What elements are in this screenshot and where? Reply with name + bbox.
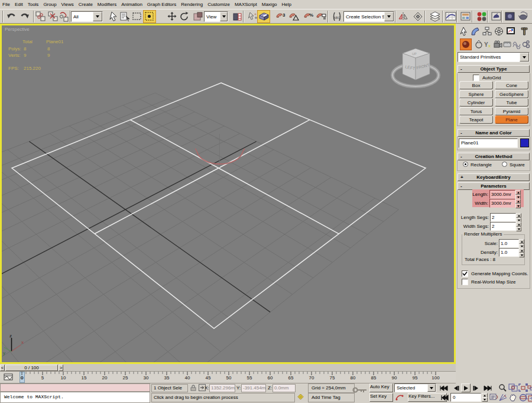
svg-text:z: z — [9, 333, 12, 338]
svg-text:UP: UP — [412, 52, 417, 56]
svg-text:x: x — [21, 340, 24, 345]
svg-text:%: % — [309, 12, 313, 18]
svg-text:3: 3 — [283, 12, 286, 18]
svg-text:x: x — [488, 43, 491, 49]
svg-text:y: y — [3, 350, 5, 356]
svg-text:ABC: ABC — [333, 16, 340, 20]
svg-text:Y: Y — [484, 41, 488, 48]
